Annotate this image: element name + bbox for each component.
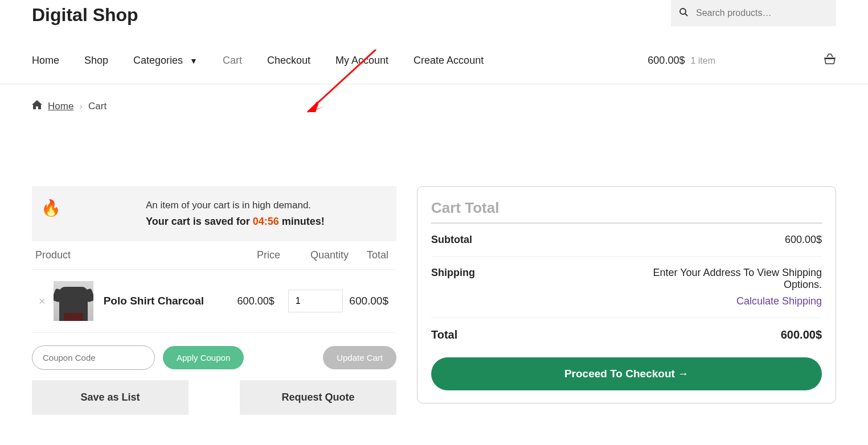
cart-total-title: Cart Total (431, 199, 822, 224)
svg-point-0 (680, 9, 686, 14)
nav-my-account[interactable]: My Account (335, 55, 388, 67)
product-price: 600.00$ (218, 295, 275, 307)
quantity-input[interactable] (288, 290, 343, 312)
th-quantity: Quantity (280, 249, 349, 261)
site-title[interactable]: Digital Shop (32, 0, 138, 26)
product-thumbnail[interactable] (54, 281, 93, 321)
urgency-banner: 🔥 An item of your cart is in high demand… (32, 186, 396, 241)
breadcrumb: Home › Cart (0, 84, 868, 112)
row-total: 600.00$ (343, 295, 393, 307)
breadcrumb-current: Cart (88, 101, 107, 112)
search-input[interactable] (671, 0, 836, 26)
header-cart-count: 1 item (690, 56, 715, 66)
main-nav: Home Shop Categories ▼ Cart Checkout My … (32, 55, 484, 67)
table-row: × Polo Shirt Charcoal 600.00$ 600.00$ (32, 269, 396, 333)
th-total: Total (349, 249, 393, 261)
nav-categories[interactable]: Categories (133, 55, 183, 67)
shipping-text: Enter Your Address To View Shipping Opti… (653, 267, 822, 290)
fire-icon: 🔥 (41, 199, 61, 217)
svg-line-1 (685, 14, 687, 16)
nav-shop[interactable]: Shop (84, 55, 108, 67)
nav-checkout[interactable]: Checkout (267, 55, 310, 67)
breadcrumb-home[interactable]: Home (48, 101, 73, 112)
cart-table-header: Product Price Quantity Total (32, 241, 396, 269)
banner-timer: 04:56 (253, 216, 279, 227)
product-name[interactable]: Polo Shirt Charcoal (104, 295, 218, 307)
save-as-list-button[interactable]: Save as List (32, 380, 189, 415)
cart-total-box: Cart Total Subtotal 600.00$ Shipping Ent… (417, 186, 836, 403)
shipping-label: Shipping (431, 267, 475, 279)
proceed-to-checkout-button[interactable]: Proceed To Checkout → (431, 357, 822, 390)
total-value: 600.00$ (781, 328, 822, 341)
th-price: Price (223, 249, 280, 261)
total-label: Total (431, 328, 457, 341)
update-cart-button[interactable]: Update Cart (323, 346, 396, 369)
nav-cart[interactable]: Cart (223, 55, 242, 67)
breadcrumb-separator: › (79, 101, 83, 112)
search-icon (679, 7, 688, 19)
home-icon (32, 100, 42, 112)
calculate-shipping-link[interactable]: Calculate Shipping (634, 295, 822, 307)
subtotal-label: Subtotal (431, 234, 472, 246)
header-cart[interactable]: 600.00$ 1 item (648, 53, 836, 68)
banner-line1: An item of your cart is in high demand. (146, 200, 383, 211)
remove-item-icon[interactable]: × (35, 295, 49, 308)
basket-icon (721, 53, 836, 68)
coupon-input[interactable] (32, 345, 155, 370)
nav-home[interactable]: Home (32, 55, 59, 67)
header-cart-amount: 600.00$ (648, 55, 685, 67)
nav-create-account[interactable]: Create Account (413, 55, 484, 67)
svg-rect-2 (825, 58, 834, 59)
subtotal-value: 600.00$ (785, 234, 822, 246)
apply-coupon-button[interactable]: Apply Coupon (163, 346, 244, 369)
request-quote-button[interactable]: Request Quote (240, 380, 396, 415)
chevron-down-icon: ▼ (190, 56, 198, 65)
banner-line2: Your cart is saved for 04:56 minutes! (146, 216, 383, 228)
th-product: Product (35, 249, 223, 261)
